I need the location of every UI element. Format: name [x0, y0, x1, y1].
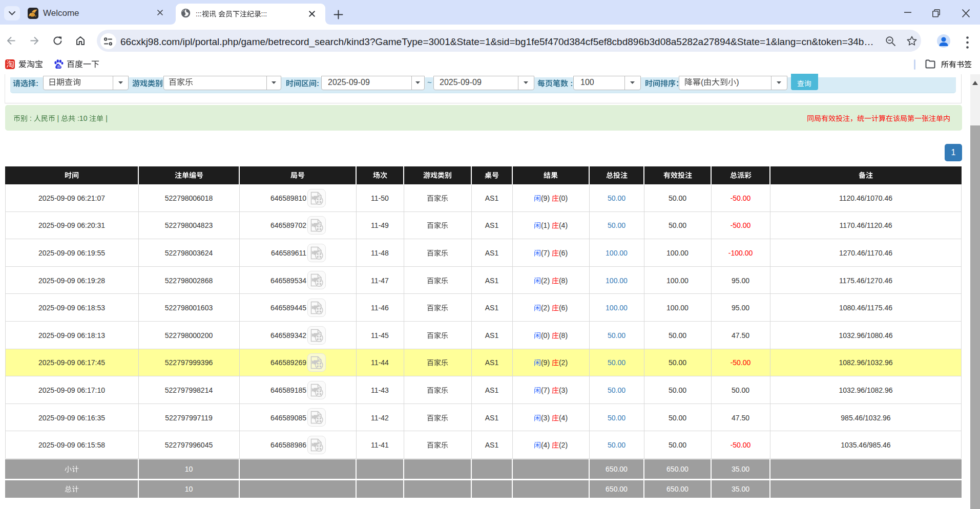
- svg-text:du: du: [57, 65, 61, 68]
